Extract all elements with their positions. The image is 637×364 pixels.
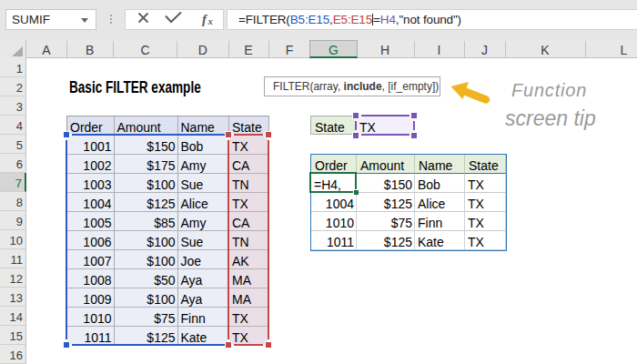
svg-text:x: x xyxy=(207,16,213,26)
